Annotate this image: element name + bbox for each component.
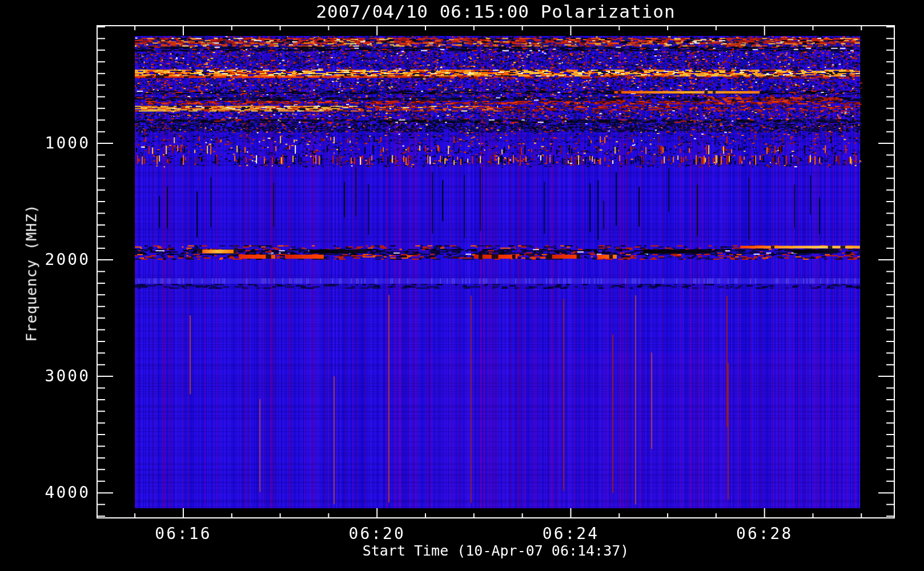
spectrogram-canvas <box>0 0 924 571</box>
x-axis-label: Start Time (10-Apr-07 06:14:37) <box>97 542 894 559</box>
y-tick-label: 1000 <box>27 134 90 152</box>
y-tick-label: 2000 <box>27 250 90 269</box>
y-tick-label: 4000 <box>27 483 90 502</box>
x-tick-label: 06:28 <box>719 524 810 543</box>
x-tick-label: 06:16 <box>138 524 229 543</box>
x-tick-label: 06:24 <box>525 524 616 543</box>
y-tick-label: 3000 <box>27 367 90 385</box>
plot-title: 2007/04/10 06:15:00 Polarization <box>97 1 894 22</box>
y-axis-label: Frequency (MHZ) <box>23 204 40 342</box>
x-tick-label: 06:20 <box>331 524 423 543</box>
spectrogram-figure: 2007/04/10 06:15:00 Polarization Frequen… <box>0 0 924 571</box>
